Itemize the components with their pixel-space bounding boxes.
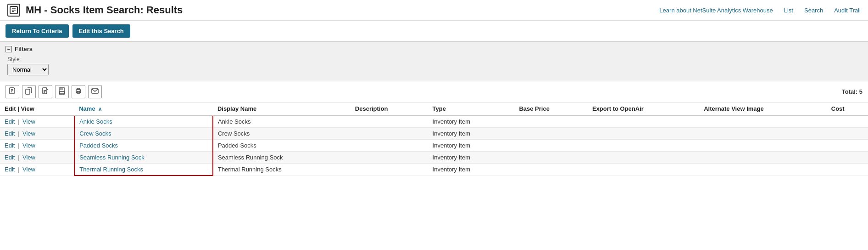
export-openair-cell [588,128,699,140]
action-buttons-row: Return To Criteria Edit this Search [0,21,868,41]
filters-toggle[interactable]: − [6,46,12,52]
export-openair-cell [588,115,699,128]
alternate-view-image-cell [699,152,827,164]
header-nav: Learn about NetSuite Analytics Warehouse… [659,7,861,14]
col-header-description: Description [351,102,428,115]
style-label: Style [7,56,861,62]
name-sort-arrow: ∧ [98,106,102,112]
edit-view-cell: Edit | View [0,115,74,128]
col-header-edit-view: Edit | View [0,102,74,115]
filters-label: Filters [15,45,33,52]
cost-cell [827,128,868,140]
description-cell [351,152,428,164]
name-link[interactable]: Seamless Running Sock [79,154,145,161]
alternate-view-image-cell [699,140,827,152]
base-price-cell [514,164,588,176]
app-icon [7,4,20,17]
return-to-criteria-button[interactable]: Return To Criteria [6,24,69,38]
base-price-cell [514,140,588,152]
filters-header[interactable]: − Filters [6,45,862,52]
export-openair-cell [588,152,699,164]
pdf-icon-button[interactable] [39,85,52,98]
svg-rect-14 [60,88,63,90]
copy-icon-button[interactable] [22,85,36,98]
filters-section: − Filters Style Normal Summary Matrix [0,41,868,81]
col-header-export-openair: Export to OpenAir [588,102,699,115]
table-row: Edit | ViewCrew SocksCrew SocksInventory… [0,128,868,140]
table-row: Edit | ViewSeamless Running SockSeamless… [0,152,868,164]
description-cell [351,164,428,176]
col-header-name[interactable]: Name ∧ [74,102,213,115]
base-price-cell [514,152,588,164]
edit-view-cell: Edit | View [0,140,74,152]
alternate-view-image-cell [699,164,827,176]
view-link[interactable]: View [22,118,35,125]
name-link[interactable]: Thermal Running Socks [79,166,143,173]
edit-this-search-button[interactable]: Edit this Search [72,24,130,38]
col-header-cost: Cost [827,102,868,115]
toolbar-row: Total: 5 [0,81,868,102]
page-title: MH - Socks Item Search: Results [26,4,183,16]
cost-cell [827,140,868,152]
name-cell: Ankle Socks [74,115,213,128]
new-icon-button[interactable] [6,85,19,98]
audit-trail-link[interactable]: Audit Trail [834,7,861,14]
display-name-cell: Thermal Running Socks [213,164,351,176]
name-cell: Padded Socks [74,140,213,152]
svg-rect-17 [77,91,80,93]
view-link[interactable]: View [22,154,35,161]
email-icon-button[interactable] [88,85,102,98]
name-cell: Thermal Running Socks [74,164,213,176]
total-count: Total: 5 [842,88,862,95]
table-row: Edit | ViewPadded SocksPadded SocksInven… [0,140,868,152]
toolbar-icons [6,85,102,98]
table-row: Edit | ViewThermal Running SocksThermal … [0,164,868,176]
alternate-view-image-cell [699,128,827,140]
view-link[interactable]: View [22,142,35,149]
col-header-type: Type [428,102,515,115]
view-link[interactable]: View [22,130,35,137]
save-icon-button[interactable] [55,85,69,98]
learn-link[interactable]: Learn about NetSuite Analytics Warehouse [659,7,773,14]
col-header-display-name: Display Name [213,102,351,115]
cost-cell [827,115,868,128]
edit-link[interactable]: Edit [5,166,15,173]
name-cell: Crew Socks [74,128,213,140]
col-header-base-price: Base Price [514,102,588,115]
name-link[interactable]: Crew Socks [79,130,111,137]
view-link[interactable]: View [22,166,35,173]
name-cell: Seamless Running Sock [74,152,213,164]
name-link[interactable]: Ankle Socks [79,118,112,125]
search-link[interactable]: Search [804,7,823,14]
list-link[interactable]: List [784,7,793,14]
edit-link[interactable]: Edit [5,142,15,149]
style-select[interactable]: Normal Summary Matrix [7,64,49,75]
base-price-cell [514,128,588,140]
name-link[interactable]: Padded Socks [79,142,118,149]
svg-rect-15 [60,91,64,94]
edit-link[interactable]: Edit [5,118,15,125]
edit-link[interactable]: Edit [5,130,15,137]
svg-rect-8 [26,89,30,94]
edit-view-cell: Edit | View [0,152,74,164]
results-table: Edit | View Name ∧ Display Name Descript… [0,102,868,176]
svg-point-18 [80,91,81,91]
description-cell [351,140,428,152]
header-left: MH - Socks Item Search: Results [7,4,183,17]
type-cell: Inventory Item [428,128,515,140]
display-name-cell: Ankle Socks [213,115,351,128]
type-cell: Inventory Item [428,152,515,164]
edit-view-cell: Edit | View [0,128,74,140]
print-icon-button[interactable] [72,85,85,98]
type-cell: Inventory Item [428,140,515,152]
export-openair-cell [588,164,699,176]
table-header-row: Edit | View Name ∧ Display Name Descript… [0,102,868,115]
cost-cell [827,152,868,164]
description-cell [351,128,428,140]
type-cell: Inventory Item [428,164,515,176]
edit-link[interactable]: Edit [5,154,15,161]
edit-view-cell: Edit | View [0,164,74,176]
type-cell: Inventory Item [428,115,515,128]
display-name-cell: Crew Socks [213,128,351,140]
cost-cell [827,164,868,176]
